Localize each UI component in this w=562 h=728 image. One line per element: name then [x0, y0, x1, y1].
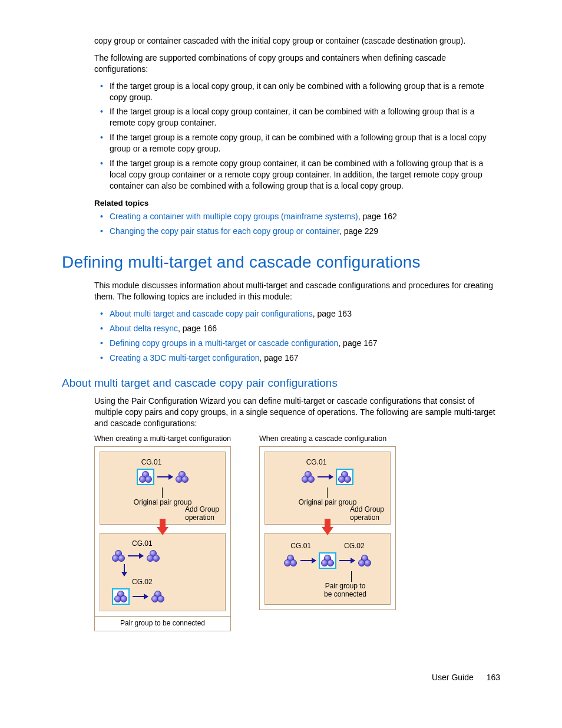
volume-icon: [302, 471, 315, 483]
page-ref: , page 166: [178, 324, 217, 333]
page-ref: , page 162: [358, 212, 397, 221]
red-down-arrow-icon: [157, 519, 168, 535]
page-ref: , page 229: [339, 226, 378, 236]
add-group-label: Add Group operation: [185, 505, 219, 522]
related-link-1[interactable]: Creating a container with multiple copy …: [110, 212, 358, 221]
section-toc: About multi target and cascade copy pair…: [94, 308, 500, 364]
related-topics-heading: Related topics: [94, 199, 500, 207]
volume-icon-selected: [112, 588, 130, 605]
list-item: Creating a 3DC multi-target configuratio…: [94, 353, 500, 364]
caption-pair-to-connect: Pair group to be connected: [95, 616, 230, 631]
list-item: If the target group is a local copy grou…: [94, 106, 500, 129]
list-item: About delta resync, page 166: [94, 323, 500, 334]
list-item: About multi target and cascade copy pair…: [94, 308, 500, 319]
cascade-diagram: When creating a cascade configuration CG…: [259, 434, 406, 631]
cg-label: CG.02: [132, 578, 222, 586]
related-topics-list: Creating a container with multiple copy …: [94, 211, 500, 237]
page-footer: User Guide 163: [62, 673, 500, 682]
section-intro: This module discusses information about …: [94, 280, 500, 302]
volume-icon: [358, 555, 371, 566]
diagram-title: When creating a cascade configuration: [259, 434, 406, 443]
volume-icon: [284, 555, 297, 566]
toc-link-2[interactable]: About delta resync: [110, 324, 178, 333]
subsection-intro: Using the Pair Configuration Wizard you …: [94, 396, 500, 429]
arrow-right-icon: [318, 476, 333, 477]
cg-label: CG.01: [285, 542, 317, 550]
list-item: If the target group is a local copy grou…: [94, 81, 500, 103]
volume-icon: [176, 471, 189, 483]
volume-icon: [147, 550, 160, 562]
red-down-arrow-icon: [322, 519, 333, 535]
cg-label: CG.02: [338, 542, 370, 550]
list-item: If the target group is a remote copy gro…: [94, 158, 500, 192]
subsection-heading: About multi target and cascade copy pair…: [62, 377, 500, 390]
caption-pair-to-connect: Pair group to be connected: [304, 582, 386, 598]
arrow-right-icon: [300, 560, 316, 561]
diagram-container: When creating a multi-target configurati…: [94, 434, 500, 631]
list-item: Changing the copy pair status for each c…: [94, 226, 500, 237]
arrow-right-icon: [157, 476, 173, 477]
add-group-label: Add Group operation: [350, 505, 384, 522]
intro-paragraph-1: copy group or container cascaded with th…: [94, 35, 500, 47]
combination-list: If the target group is a local copy grou…: [94, 81, 500, 192]
volume-icon-selected: [137, 469, 154, 485]
cg-label: CG.01: [246, 458, 386, 466]
volume-icon-selected: [336, 469, 353, 485]
toc-link-1[interactable]: About multi target and cascade copy pair…: [110, 309, 313, 318]
arrow-right-icon: [133, 596, 148, 597]
toc-link-3[interactable]: Defining copy groups in a multi-target o…: [110, 338, 338, 348]
volume-icon: [151, 591, 164, 602]
list-item: If the target group is a remote copy gro…: [94, 132, 500, 154]
toc-link-4[interactable]: Creating a 3DC multi-target configuratio…: [110, 353, 259, 363]
page-ref: , page 163: [313, 309, 352, 318]
arrow-right-icon: [339, 560, 355, 561]
volume-icon-selected: [319, 552, 336, 569]
list-item: Creating a container with multiple copy …: [94, 211, 500, 222]
intro-paragraph-2: The following are supported combinations…: [94, 52, 500, 75]
multi-target-diagram: When creating a multi-target configurati…: [94, 434, 242, 631]
page-number: 163: [487, 673, 500, 682]
arrow-down-icon: [124, 564, 125, 576]
diagram-title: When creating a multi-target configurati…: [94, 434, 242, 443]
list-item: Defining copy groups in a multi-target o…: [94, 338, 500, 349]
page-ref: , page 167: [259, 353, 298, 363]
volume-icon: [112, 550, 125, 562]
page-ref: , page 167: [338, 338, 377, 348]
cg-label: CG.01: [132, 539, 222, 548]
arrow-right-icon: [128, 555, 143, 556]
cg-label: CG.01: [81, 458, 222, 466]
section-heading: Defining multi-target and cascade config…: [62, 253, 500, 272]
footer-label: User Guide: [432, 673, 474, 682]
related-link-2[interactable]: Changing the copy pair status for each c…: [110, 226, 339, 236]
